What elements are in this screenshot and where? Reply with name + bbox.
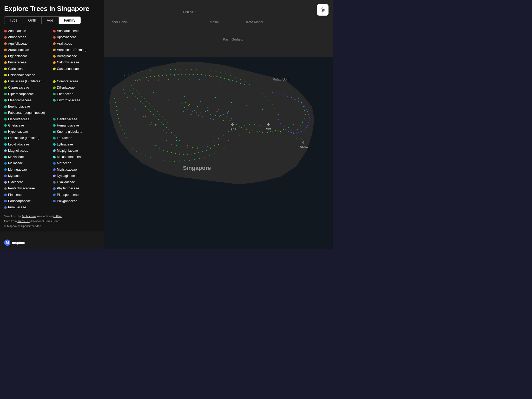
svg-point-76 [220, 115, 221, 116]
legend-item: Podocarpaceae [4, 198, 51, 204]
svg-point-219 [189, 160, 190, 161]
svg-point-237 [156, 130, 156, 130]
svg-point-197 [240, 79, 241, 80]
svg-point-245 [197, 147, 198, 148]
legend-item: Casuarinaceae [53, 66, 100, 72]
svg-point-93 [223, 114, 224, 115]
github-link[interactable]: GitHub [53, 215, 62, 218]
svg-point-117 [148, 109, 149, 110]
svg-point-43 [117, 114, 118, 115]
author-link[interactable]: @cheeaun [22, 215, 36, 218]
svg-point-6 [142, 77, 143, 78]
svg-point-66 [194, 110, 195, 111]
svg-point-91 [192, 111, 193, 112]
svg-point-209 [141, 154, 141, 154]
svg-point-295 [288, 131, 289, 132]
svg-point-226 [224, 148, 225, 149]
svg-point-108 [210, 148, 211, 149]
legend-item: Myrtaceae [4, 173, 51, 179]
svg-point-302 [306, 127, 307, 128]
svg-point-83 [196, 112, 197, 114]
svg-point-258 [265, 127, 266, 127]
legend-item: Arecaceae (Palmae) [53, 47, 100, 53]
legend-item: Malpighiaceae [53, 148, 100, 154]
svg-point-243 [187, 147, 188, 148]
svg-point-21 [201, 74, 202, 75]
svg-point-261 [280, 133, 281, 134]
legend-dot [4, 87, 7, 89]
legend-dot [4, 181, 7, 184]
svg-point-280 [137, 80, 138, 81]
svg-point-221 [199, 158, 200, 159]
svg-point-230 [200, 101, 201, 102]
svg-point-273 [140, 113, 140, 113]
svg-point-246 [202, 146, 203, 147]
legend-dot [53, 162, 56, 165]
legend-label: Podocarpaceae [8, 198, 31, 204]
legend-dot [4, 200, 7, 202]
legend-label: Bignoniaceae [8, 54, 28, 59]
svg-point-281 [148, 80, 149, 81]
svg-point-143 [145, 116, 146, 117]
tab-family[interactable]: Family [59, 17, 81, 24]
svg-point-78 [226, 116, 227, 117]
svg-point-102 [187, 154, 188, 155]
svg-point-171 [165, 119, 166, 120]
legend-dot [4, 80, 7, 83]
svg-point-67 [197, 106, 198, 107]
svg-point-304 [308, 122, 309, 123]
svg-point-60 [181, 103, 182, 104]
svg-point-16 [181, 74, 182, 75]
svg-point-276 [151, 122, 152, 123]
svg-point-193 [221, 72, 221, 73]
svg-point-100 [179, 154, 180, 155]
legend-dot [53, 181, 56, 184]
svg-point-229 [184, 96, 185, 97]
legend-item: Caricaceae [4, 66, 51, 72]
svg-point-96 [163, 150, 164, 151]
legend-dot [53, 149, 56, 152]
svg-point-124 [166, 127, 167, 128]
svg-point-135 [262, 132, 263, 133]
legend-label: Flacourtiaceae [8, 117, 29, 122]
svg-point-85 [219, 116, 220, 117]
tab-girth[interactable]: Girth [23, 17, 41, 24]
legend-label: Pentaphylacaceae [8, 186, 35, 191]
svg-point-309 [306, 109, 307, 110]
svg-point-260 [275, 130, 276, 131]
svg-point-329 [321, 8, 325, 12]
svg-point-150 [218, 144, 219, 145]
svg-point-285 [189, 79, 190, 80]
svg-point-317 [279, 93, 280, 94]
trees-sg-link[interactable]: Trees.SG [17, 220, 30, 223]
svg-point-179 [150, 70, 151, 71]
legend-label: Casuarinaceae [57, 66, 79, 72]
svg-point-133 [252, 130, 253, 131]
svg-point-72 [210, 114, 211, 115]
svg-point-156 [280, 131, 281, 132]
legend-item: Hernandiaceae [53, 123, 100, 128]
svg-point-316 [283, 94, 284, 95]
svg-point-254 [244, 125, 245, 126]
svg-point-92 [210, 118, 211, 119]
legend-dot [4, 118, 7, 121]
tab-age[interactable]: Age [42, 17, 59, 24]
legend-label: Nyctaginaceae [57, 173, 78, 179]
legend-item: Lauraceae [53, 135, 100, 141]
tab-type[interactable]: Type [4, 17, 23, 24]
svg-point-123 [163, 124, 164, 125]
svg-point-68 [200, 112, 201, 114]
legend-dot [53, 143, 56, 146]
legend-label: Fabaceae (Leguminosae) [8, 110, 45, 116]
legend-dot [4, 30, 7, 32]
svg-point-44 [118, 118, 119, 119]
svg-point-314 [291, 97, 292, 98]
legend-item: Combretaceae [53, 79, 100, 84]
svg-point-187 [191, 69, 192, 70]
svg-point-41 [116, 106, 117, 107]
legend-item: Fabaceae (Leguminosae) [4, 110, 100, 116]
svg-point-5 [139, 79, 140, 80]
locate-button[interactable] [317, 4, 329, 16]
svg-point-56 [302, 122, 303, 123]
legend-dot [4, 156, 7, 158]
